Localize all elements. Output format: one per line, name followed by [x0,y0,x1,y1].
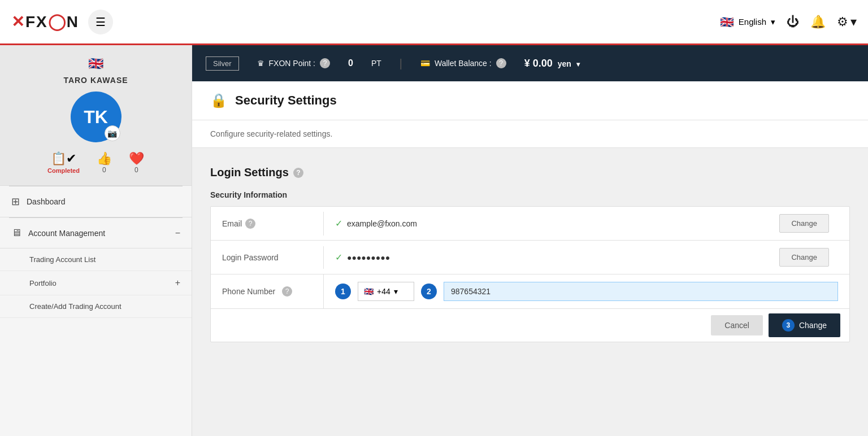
logo-x: ✕ [11,13,25,30]
wallet-icon: 💳 [420,59,430,68]
country-code-selector[interactable]: 🇬🇧 +44 ▾ [358,282,414,301]
password-row: Login Password ✓ ●●●●●●●●● Change [211,241,849,274]
phone-row-actions: Cancel 3 Change [211,308,849,342]
login-settings-help-icon[interactable]: ? [293,168,303,178]
gear-icon: ⚙ [837,15,848,29]
wallet-label: Wallet Balance : [435,59,492,68]
crown-icon: ♛ [257,59,264,68]
profile-flag-icon: 🇬🇧 [88,56,103,71]
email-change-button[interactable]: Change [779,214,829,233]
phone-change-label: Change [799,321,827,330]
fxon-point-label: FXON Point : [269,59,315,68]
points-unit-label: PT [371,59,381,68]
wallet-amount: ¥ 0.00 yen ▾ [524,58,580,69]
stat-hearts: ❤️ 0 [129,151,144,174]
security-settings-table: Email ? ✓ example@fxon.com Change Login … [210,206,850,342]
main-layout: 🇬🇧 TARO KAWASE TK 📷 📋✔ Completed 👍 0 [0,45,868,436]
like-icon: 👍 [97,151,112,166]
logo-area: ✕FX◯N ☰ [11,10,113,34]
hamburger-button[interactable]: ☰ [88,10,113,34]
country-code-label: +44 [377,287,390,296]
heart-count: 0 [129,166,144,174]
email-label-cell: Email ? [211,212,324,236]
email-help-icon[interactable]: ? [245,219,255,229]
wallet-unit-label: yen [558,59,571,68]
wallet-amount-value: ¥ 0.00 [524,58,553,69]
sidebar-item-account-management[interactable]: 🖥 Account Management − [0,218,192,248]
language-selector[interactable]: 🇬🇧 English ▾ [720,15,775,29]
security-info-label: Security Information [210,190,850,199]
phone-step-2-badge: 2 [421,284,437,299]
trading-account-list-label: Trading Account List [29,255,96,264]
create-trading-account-label: Create/Add Trading Account [29,302,121,311]
sidebar-profile: 🇬🇧 TARO KAWASE TK 📷 📋✔ Completed 👍 0 [0,45,192,186]
sidebar-item-dashboard[interactable]: ⊞ Dashboard [0,186,192,217]
password-value: ●●●●●●●●● [347,253,390,262]
page-description: Configure security-related settings. [192,120,868,148]
page-title: Security Settings [235,93,337,108]
wallet-help-icon[interactable]: ? [496,58,506,68]
tier-label: Silver [213,59,232,68]
portfolio-label: Portfolio [29,279,57,287]
portfolio-toggle-icon[interactable]: + [175,278,180,288]
login-settings-label: Login Settings [210,166,289,179]
main-content: Silver ♛ FXON Point : ? 0 PT | 💳 Wallet … [192,45,868,436]
bell-icon[interactable]: 🔔 [810,15,826,29]
page-description-text: Configure security-related settings. [210,129,332,138]
stat-likes: 👍 0 [97,151,112,174]
uk-flag-icon: 🇬🇧 [720,15,734,29]
separator: | [400,57,402,70]
phone-step-1-badge: 1 [335,284,351,299]
password-change-button[interactable]: Change [779,248,829,267]
points-unit: PT [371,59,381,68]
hamburger-icon: ☰ [96,15,106,29]
avatar-initials: TK [84,107,108,128]
phone-row: Phone Number ? 1 🇬🇧 +44 ▾ [211,274,849,342]
gear-chevron-icon: ▾ [850,15,857,29]
password-check-icon: ✓ [335,252,342,263]
avatar-container: TK 📷 [71,91,121,142]
wallet-chevron-icon[interactable]: ▾ [576,60,580,68]
top-navigation: ✕FX◯N ☰ 🇬🇧 English ▾ ⏻ 🔔 ⚙ ▾ [0,0,868,45]
settings-icon[interactable]: ⚙ ▾ [837,15,857,29]
sidebar-item-label: Dashboard [27,197,180,206]
like-count: 0 [97,166,112,174]
profile-stats: 📋✔ Completed 👍 0 ❤️ 0 [11,151,180,174]
phone-input-area: 1 🇬🇧 +44 ▾ 2 [324,275,849,308]
account-management-label: Account Management [28,229,168,238]
password-value-cell: ✓ ●●●●●●●●● Change [324,241,849,273]
sidebar-sub-create-trading-account[interactable]: Create/Add Trading Account [0,295,192,318]
monitor-icon: 🖥 [11,227,21,239]
email-value-cell: ✓ example@fxon.com Change [324,207,849,239]
wallet-balance-item: 💳 Wallet Balance : ? [420,58,506,68]
top-bar: Silver ♛ FXON Point : ? 0 PT | 💳 Wallet … [192,45,868,81]
stat-completed: 📋✔ Completed [47,151,80,174]
completed-icon: 📋✔ [47,151,80,166]
login-settings-title: Login Settings ? [210,166,850,179]
phone-row-top: Phone Number ? 1 🇬🇧 +44 ▾ [211,274,849,308]
email-label: Email [222,219,242,228]
sidebar: 🇬🇧 TARO KAWASE TK 📷 📋✔ Completed 👍 0 [0,45,192,436]
sidebar-sub-trading-account-list[interactable]: Trading Account List [0,248,192,271]
page-header: 🔒 Security Settings [192,81,868,120]
power-icon[interactable]: ⏻ [787,15,799,29]
sidebar-sub-portfolio[interactable]: Portfolio + [0,271,192,295]
content-section: Login Settings ? Security Information Em… [192,148,868,360]
camera-icon[interactable]: 📷 [105,125,120,141]
phone-number-input[interactable] [444,282,838,301]
language-label: English [739,17,766,27]
phone-help-icon[interactable]: ? [282,286,292,297]
phone-change-button[interactable]: 3 Change [769,313,840,337]
completed-label: Completed [47,167,80,174]
account-management-toggle[interactable]: − [175,228,180,238]
email-row: Email ? ✓ example@fxon.com Change [211,207,849,241]
tier-badge: Silver [206,56,239,71]
phone-label-cell: Phone Number ? [211,274,324,308]
phone-label: Phone Number [222,287,275,296]
password-label: Login Password [222,253,279,262]
top-nav-right: 🇬🇧 English ▾ ⏻ 🔔 ⚙ ▾ [720,15,857,29]
phone-step-3-badge: 3 [782,319,795,332]
fxon-point-help-icon[interactable]: ? [320,58,330,68]
password-label-cell: Login Password [211,246,324,269]
phone-cancel-button[interactable]: Cancel [711,315,763,335]
